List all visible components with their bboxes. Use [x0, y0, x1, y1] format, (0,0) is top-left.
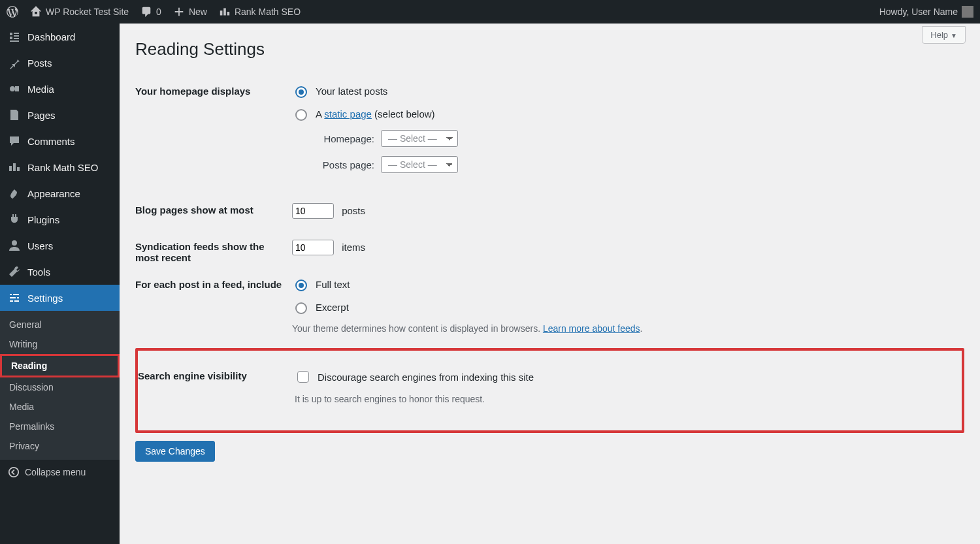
- text: .: [640, 323, 643, 334]
- radio-full-text[interactable]: [295, 280, 307, 291]
- admin-bar: WP Rocket Test Site 0 New Rank Math SEO …: [0, 0, 980, 24]
- sidebar-item-label: Media: [27, 84, 54, 95]
- help-label: Help: [930, 30, 948, 40]
- postspage-select[interactable]: — Select —: [381, 156, 458, 173]
- sidebar-item-plugins[interactable]: Plugins: [0, 206, 120, 232]
- dashboard-icon: [8, 30, 21, 43]
- homepage-select[interactable]: — Select —: [381, 130, 458, 147]
- sidebar-item-label: Plugins: [27, 214, 59, 225]
- user-icon: [8, 239, 21, 252]
- sidebar-item-settings[interactable]: Settings: [0, 285, 120, 311]
- sidebar-item-label: Posts: [27, 57, 52, 69]
- field-heading-search-visibility: Search engine visibility: [138, 362, 295, 419]
- comment-icon: [140, 6, 152, 18]
- radio-label: Your latest posts: [316, 86, 387, 97]
- search-visibility-highlight: Search engine visibility Discourage sear…: [135, 348, 964, 433]
- svg-point-2: [9, 468, 18, 477]
- sidebar-item-label: Settings: [27, 293, 63, 304]
- sidebar-item-posts[interactable]: Posts: [0, 50, 120, 76]
- field-heading-syndication: Syndication feeds show the most recent: [135, 233, 292, 271]
- wp-logo[interactable]: [7, 6, 18, 18]
- sliders-icon: [8, 291, 21, 304]
- chevron-down-icon: ▼: [951, 32, 957, 39]
- checkbox-label: Discourage search engines from indexing …: [318, 372, 534, 383]
- submenu-permalinks[interactable]: Permalinks: [0, 417, 120, 436]
- howdy-text: Howdy, User Name: [879, 7, 958, 17]
- sidebar-item-users[interactable]: Users: [0, 232, 120, 259]
- submenu-discussion[interactable]: Discussion: [0, 377, 120, 397]
- blog-pages-input[interactable]: [292, 203, 334, 219]
- sidebar-item-rankmath[interactable]: Rank Math SEO: [0, 154, 120, 180]
- rankmath-link[interactable]: Rank Math SEO: [219, 6, 301, 18]
- field-heading-feed: For each post in a feed, include: [135, 271, 292, 348]
- search-visibility-desc: It is up to search engines to honor this…: [295, 394, 954, 404]
- radio-label: Excerpt: [316, 302, 349, 313]
- syndication-input[interactable]: [292, 240, 334, 255]
- collapse-label: Collapse menu: [25, 467, 86, 477]
- sidebar-item-pages[interactable]: Pages: [0, 102, 120, 128]
- sidebar-item-label: Appearance: [27, 188, 80, 199]
- wrench-icon: [8, 265, 21, 278]
- svg-point-0: [10, 86, 15, 91]
- radio-static-page[interactable]: [295, 109, 307, 121]
- radio-latest-posts[interactable]: [295, 86, 307, 98]
- new-content-link[interactable]: New: [173, 6, 207, 18]
- sidebar-item-tools[interactable]: Tools: [0, 259, 120, 285]
- submenu-privacy[interactable]: Privacy: [0, 436, 120, 456]
- postspage-select-label: Posts page:: [309, 159, 374, 170]
- plus-icon: [173, 6, 185, 18]
- plug-icon: [8, 213, 21, 226]
- admin-sidebar: Dashboard Posts Media Pages Comments Ran…: [0, 24, 120, 544]
- page-title: Reading Settings: [135, 39, 964, 59]
- pin-icon: [8, 56, 21, 69]
- new-label: New: [189, 7, 207, 17]
- radio-label: A static page (select below): [316, 108, 435, 120]
- help-tab[interactable]: Help▼: [922, 26, 966, 44]
- site-link[interactable]: WP Rocket Test Site: [30, 6, 129, 18]
- learn-more-feeds-link[interactable]: Learn more about feeds: [543, 323, 640, 334]
- sidebar-item-label: Tools: [27, 266, 50, 278]
- submenu-media[interactable]: Media: [0, 397, 120, 417]
- home-icon: [30, 6, 42, 18]
- sidebar-item-media[interactable]: Media: [0, 76, 120, 102]
- sidebar-item-dashboard[interactable]: Dashboard: [0, 24, 120, 50]
- content-area: Help▼ Reading Settings Your homepage dis…: [120, 24, 980, 544]
- comments-link[interactable]: 0: [140, 6, 161, 18]
- suffix-text: posts: [342, 205, 365, 216]
- sidebar-item-label: Dashboard: [27, 31, 75, 42]
- collapse-menu[interactable]: Collapse menu: [0, 460, 120, 485]
- text: (select below): [372, 108, 435, 120]
- radio-excerpt[interactable]: [295, 302, 307, 314]
- discourage-checkbox[interactable]: [297, 371, 309, 383]
- sidebar-item-label: Pages: [27, 110, 56, 121]
- sidebar-item-appearance[interactable]: Appearance: [0, 180, 120, 206]
- homepage-select-label: Homepage:: [309, 133, 374, 144]
- sidebar-item-comments[interactable]: Comments: [0, 128, 120, 154]
- feed-description: Your theme determines how content is dis…: [292, 323, 964, 334]
- static-page-link[interactable]: static page: [324, 108, 372, 120]
- text: Your theme determines how content is dis…: [292, 323, 543, 334]
- save-changes-button[interactable]: Save Changes: [135, 441, 215, 462]
- text: A: [316, 108, 324, 120]
- comment-count: 0: [156, 7, 161, 17]
- radio-label: Full text: [316, 279, 350, 290]
- svg-point-1: [12, 240, 17, 246]
- submenu-writing[interactable]: Writing: [0, 334, 120, 354]
- media-icon: [8, 82, 21, 95]
- sidebar-item-label: Users: [27, 240, 53, 251]
- avatar: [962, 6, 973, 18]
- user-menu[interactable]: Howdy, User Name: [879, 6, 973, 18]
- rankmath-label: Rank Math SEO: [235, 7, 301, 17]
- submenu-reading[interactable]: Reading: [0, 354, 120, 377]
- sidebar-item-label: Comments: [27, 136, 75, 147]
- field-heading-blogpages: Blog pages show at most: [135, 197, 292, 233]
- sidebar-item-label: Rank Math SEO: [27, 162, 98, 173]
- page-icon: [8, 108, 21, 121]
- collapse-icon: [8, 466, 20, 478]
- settings-submenu: General Writing Reading Discussion Media…: [0, 311, 120, 460]
- submenu-general[interactable]: General: [0, 315, 120, 334]
- field-heading-homepage: Your homepage displays: [135, 78, 292, 197]
- brush-icon: [8, 187, 21, 200]
- chart-bar-icon: [219, 6, 231, 18]
- site-title: WP Rocket Test Site: [46, 7, 129, 17]
